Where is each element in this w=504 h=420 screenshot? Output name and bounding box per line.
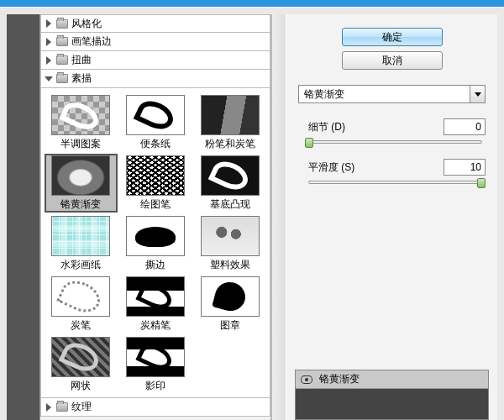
ok-button[interactable]: 确定 — [342, 28, 443, 46]
thumbnail-image — [51, 216, 110, 256]
thumbnail-label: 影印 — [145, 379, 165, 393]
thumbnail-label: 塑料效果 — [210, 258, 250, 272]
thumbnail-image — [51, 95, 110, 135]
thumbnail-label: 炭精笔 — [140, 318, 171, 333]
filter-thumb-6[interactable]: 水彩画纸 — [45, 214, 118, 273]
folder-icon — [56, 402, 68, 412]
cancel-button[interactable]: 取消 — [342, 51, 443, 70]
thumbnail-image — [126, 216, 185, 256]
collapsed-preview-strip — [7, 14, 40, 420]
thumbnail-label: 水彩画纸 — [60, 258, 101, 272]
category-stylize[interactable]: 风格化 — [40, 14, 270, 33]
thumbnail-label: 基底凸现 — [210, 197, 250, 212]
folder-icon — [56, 37, 68, 46]
category-label: 扭曲 — [71, 53, 92, 67]
thumbnail-label: 撕边 — [145, 258, 165, 272]
category-label: 素描 — [71, 71, 92, 86]
folder-icon — [56, 55, 68, 65]
effect-layers-panel: 铬黄渐变 — [295, 370, 489, 420]
scrollbar-vertical[interactable] — [271, 14, 286, 420]
detail-input[interactable] — [444, 118, 486, 135]
thumbnail-image — [126, 95, 185, 135]
thumbnail-image — [126, 337, 185, 377]
filter-gallery-panel: 风格化 画笔描边 扭曲 素描 半调图案便条纸粉笔和炭笔铬黄渐变绘图笔基底凸现水彩… — [40, 14, 271, 420]
filter-thumb-2[interactable]: 粉笔和炭笔 — [193, 93, 266, 152]
category-distort[interactable]: 扭曲 — [40, 51, 270, 70]
thumbnail-image — [201, 216, 260, 256]
thumbnail-label: 网状 — [71, 379, 91, 393]
thumbnail-image — [51, 337, 110, 377]
category-texture[interactable]: 纹理 — [40, 398, 270, 417]
thumbnail-image — [51, 276, 110, 317]
filter-thumbnails-grid: 半调图案便条纸粉笔和炭笔铬黄渐变绘图笔基底凸现水彩画纸撕边塑料效果炭笔炭精笔图章… — [40, 88, 270, 398]
filter-thumb-8[interactable]: 塑料效果 — [193, 214, 266, 273]
filter-thumb-11[interactable]: 图章 — [193, 275, 266, 333]
filter-select[interactable]: 铬黄渐变 — [298, 85, 486, 103]
category-brush-strokes[interactable]: 画笔描边 — [40, 33, 270, 51]
smoothness-input[interactable] — [444, 159, 486, 176]
slider-thumb-icon[interactable] — [305, 138, 313, 148]
thumbnail-image — [126, 155, 185, 196]
slider-thumb-icon[interactable] — [477, 178, 486, 188]
thumbnail-label: 便条纸 — [140, 137, 171, 151]
thumbnail-image — [126, 276, 185, 317]
chevron-right-icon — [45, 403, 53, 412]
thumbnail-label: 炭笔 — [71, 318, 91, 333]
category-label: 风格化 — [71, 17, 102, 31]
category-sketch[interactable]: 素描 — [40, 70, 270, 88]
filter-thumb-12[interactable]: 网状 — [45, 335, 118, 394]
filter-controls-panel: 确定 取消 铬黄渐变 细节 (D) 平滑度 (S) — [286, 14, 497, 420]
thumbnail-label: 绘图笔 — [140, 197, 171, 212]
filter-thumb-5[interactable]: 基底凸现 — [193, 154, 266, 213]
category-label: 画笔描边 — [71, 34, 112, 49]
chevron-right-icon — [45, 38, 53, 46]
thumbnail-label: 半调图案 — [60, 137, 101, 151]
filter-thumb-9[interactable]: 炭笔 — [45, 275, 118, 333]
filter-thumb-10[interactable]: 炭精笔 — [119, 275, 192, 333]
effect-layer-name: 铬黄渐变 — [319, 372, 360, 386]
filter-thumb-7[interactable]: 撕边 — [119, 214, 192, 273]
category-label: 纹理 — [71, 400, 92, 414]
filter-thumb-0[interactable]: 半调图案 — [45, 93, 118, 152]
effect-layers-empty — [296, 389, 488, 419]
smoothness-label: 平滑度 (S) — [308, 160, 354, 175]
thumbnail-label: 粉笔和炭笔 — [205, 137, 255, 151]
detail-slider[interactable] — [308, 140, 482, 144]
visibility-eye-icon[interactable] — [301, 375, 312, 384]
thumbnail-label: 图章 — [220, 318, 240, 333]
effect-layer-row[interactable]: 铬黄渐变 — [296, 370, 488, 389]
chevron-right-icon — [45, 56, 53, 65]
thumbnail-image — [51, 155, 110, 196]
filter-thumb-1[interactable]: 便条纸 — [119, 93, 192, 152]
folder-icon — [56, 74, 68, 83]
dropdown-arrow-icon — [470, 86, 485, 102]
detail-label: 细节 (D) — [308, 120, 345, 134]
folder-icon — [56, 19, 68, 29]
filter-thumb-3[interactable]: 铬黄渐变 — [45, 154, 118, 213]
chevron-right-icon — [45, 19, 53, 28]
filter-thumb-13[interactable]: 影印 — [119, 335, 192, 394]
filter-select-value: 铬黄渐变 — [304, 87, 344, 102]
filter-thumb-4[interactable]: 绘图笔 — [119, 154, 192, 213]
thumbnail-image — [201, 155, 260, 196]
thumbnail-image — [201, 276, 260, 317]
thumbnail-label: 铬黄渐变 — [60, 197, 101, 212]
chevron-down-icon — [45, 75, 53, 83]
thumbnail-image — [201, 95, 260, 135]
smoothness-slider[interactable] — [308, 181, 482, 184]
